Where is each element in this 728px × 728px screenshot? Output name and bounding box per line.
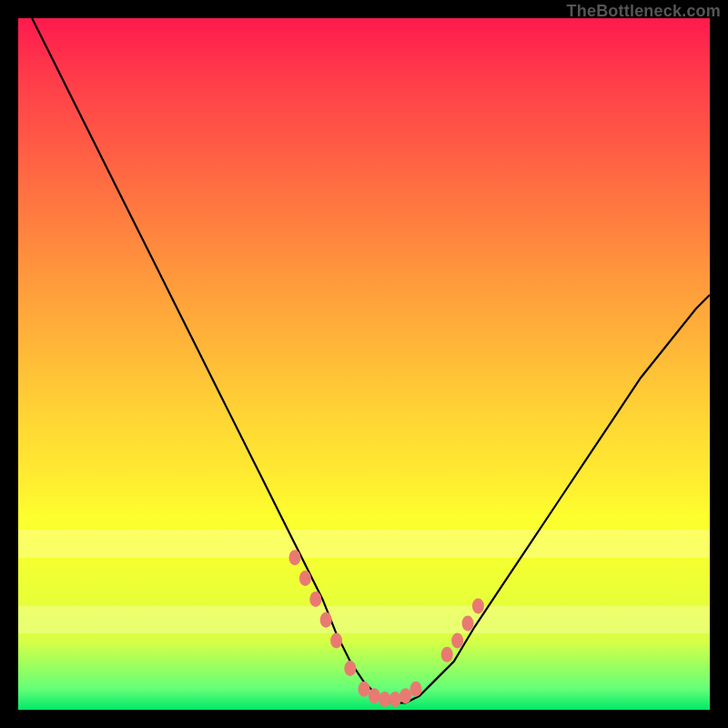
marker-dot <box>359 682 370 697</box>
marker-dot <box>369 688 380 703</box>
marker-dot <box>389 692 401 707</box>
bottleneck-curve <box>32 18 710 703</box>
curve-layer <box>18 18 710 710</box>
marker-dot <box>451 633 463 649</box>
marker-dot <box>299 571 311 586</box>
marker-dot <box>379 692 390 707</box>
marker-dot <box>410 682 422 697</box>
chart-frame: TheBottleneck.com <box>0 0 728 728</box>
marker-dot <box>399 688 411 703</box>
marker-dot <box>344 661 356 676</box>
marker-group <box>289 550 484 707</box>
marker-dot <box>289 550 301 565</box>
marker-dot <box>441 647 453 662</box>
marker-dot <box>320 612 332 628</box>
marker-dot <box>462 616 474 632</box>
marker-dot <box>330 633 342 649</box>
marker-dot <box>472 599 484 614</box>
marker-dot <box>309 592 321 607</box>
watermark-text: TheBottleneck.com <box>567 2 721 21</box>
